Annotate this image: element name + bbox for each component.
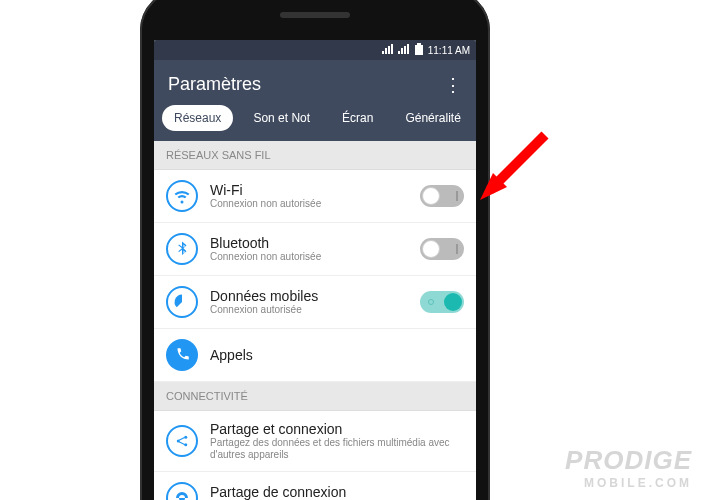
watermark-sub: MOBILE.COM: [565, 476, 692, 490]
tab-son[interactable]: Son et Not: [241, 105, 322, 131]
share-sub: Partagez des données et des fichiers mul…: [210, 437, 464, 461]
phone-speaker: [280, 12, 350, 18]
app-header: Paramètres ⋮: [154, 60, 476, 105]
status-bar: 11:11 AM: [154, 40, 476, 60]
settings-content[interactable]: RÉSEAUX SANS FIL Wi-Fi Connexion non aut…: [154, 141, 476, 500]
data-sub: Connexion autorisée: [210, 304, 408, 316]
status-time: 11:11 AM: [428, 45, 470, 56]
data-toggle[interactable]: [420, 291, 464, 313]
share-icon: [166, 425, 198, 457]
tabs: Réseaux Son et Not Écran Généralité: [154, 105, 476, 141]
section-header-connectivity: CONNECTIVITÉ: [154, 382, 476, 411]
item-data[interactable]: Données mobiles Connexion autorisée: [154, 276, 476, 329]
battery-icon: [414, 43, 424, 57]
bluetooth-toggle[interactable]: [420, 238, 464, 260]
svg-rect-0: [417, 43, 421, 45]
phone-icon: [166, 339, 198, 371]
item-tether[interactable]: Partage de connexion Utiliser Internet s…: [154, 472, 476, 500]
bluetooth-icon: [166, 233, 198, 265]
svg-line-5: [490, 135, 545, 190]
watermark-main: PRODIGE: [565, 445, 692, 475]
wifi-sub: Connexion non autorisée: [210, 198, 408, 210]
calls-title: Appels: [210, 347, 464, 363]
watermark: PRODIGE MOBILE.COM: [565, 445, 692, 490]
data-icon: [166, 286, 198, 318]
bluetooth-sub: Connexion non autorisée: [210, 251, 408, 263]
tether-icon: [166, 482, 198, 500]
share-text: Partage et connexion Partagez des donnée…: [210, 421, 464, 461]
screen: 11:11 AM Paramètres ⋮ Réseaux Son et Not…: [154, 40, 476, 500]
wifi-toggle[interactable]: [420, 185, 464, 207]
tether-text: Partage de connexion Utiliser Internet s…: [210, 484, 464, 500]
tab-ecran[interactable]: Écran: [330, 105, 385, 131]
share-title: Partage et connexion: [210, 421, 464, 437]
wifi-title: Wi-Fi: [210, 182, 408, 198]
tether-title: Partage de connexion: [210, 484, 464, 500]
more-menu-button[interactable]: ⋮: [444, 80, 462, 90]
item-wifi[interactable]: Wi-Fi Connexion non autorisée: [154, 170, 476, 223]
wifi-icon: [166, 180, 198, 212]
bluetooth-title: Bluetooth: [210, 235, 408, 251]
signal-icon: [382, 44, 394, 56]
phone-frame: 11:11 AM Paramètres ⋮ Réseaux Son et Not…: [140, 0, 490, 500]
page-title: Paramètres: [168, 74, 261, 95]
calls-text: Appels: [210, 347, 464, 363]
data-title: Données mobiles: [210, 288, 408, 304]
wifi-text: Wi-Fi Connexion non autorisée: [210, 182, 408, 210]
item-bluetooth[interactable]: Bluetooth Connexion non autorisée: [154, 223, 476, 276]
item-calls[interactable]: Appels: [154, 329, 476, 382]
data-text: Données mobiles Connexion autorisée: [210, 288, 408, 316]
item-share[interactable]: Partage et connexion Partagez des donnée…: [154, 411, 476, 472]
signal-icon: [398, 44, 410, 56]
tab-reseaux[interactable]: Réseaux: [162, 105, 233, 131]
tab-general[interactable]: Généralité: [393, 105, 472, 131]
section-header-wireless: RÉSEAUX SANS FIL: [154, 141, 476, 170]
svg-rect-1: [415, 45, 423, 55]
bluetooth-text: Bluetooth Connexion non autorisée: [210, 235, 408, 263]
